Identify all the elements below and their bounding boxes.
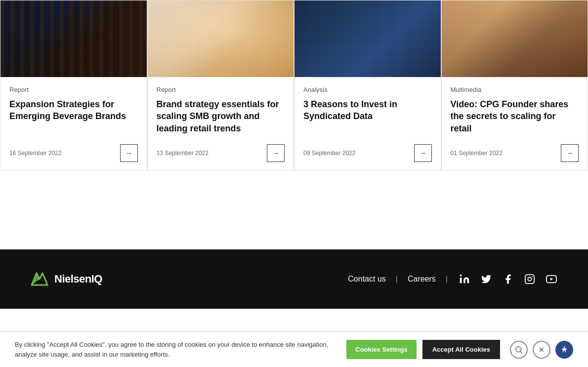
arrow-icon-1: → [126,149,132,157]
card-footer-4: 01 September 2022 → [451,144,579,162]
card-image-data [294,0,441,77]
footer: NielsenIQ Contact us | Careers | [0,249,588,309]
card-image-meeting [148,0,294,77]
twitter-icon[interactable] [479,272,493,286]
footer-nav: Contact us | Careers | [338,272,558,286]
card-title-1: Expansion Strategies for Emerging Bevera… [9,98,138,134]
card-date-1: 16 September 2022 [9,150,61,157]
arrow-icon-4: → [566,149,573,157]
card-arrow-4[interactable]: → [561,144,579,162]
card-body-4: Multimedia Video: CPG Founder shares the… [442,77,588,170]
empty-area [0,200,588,249]
svg-marker-6 [550,278,553,281]
logo-text: NielsenIQ [54,273,102,285]
nielseniq-logo-icon [30,269,49,289]
card-cpg-founder[interactable]: Multimedia Video: CPG Founder shares the… [441,0,588,170]
card-date-2: 13 September 2022 [157,150,209,157]
card-title-2: Brand strategy essentials for scaling SM… [157,98,285,134]
footer-social [458,272,558,286]
cards-section: Report Expansion Strategies for Emerging… [0,0,588,200]
facebook-icon[interactable] [501,272,515,286]
card-arrow-3[interactable]: → [414,144,432,162]
card-title-4: Video: CPG Founder shares the secrets to… [451,98,579,134]
card-image-beverage [0,0,147,77]
card-footer-3: 09 September 2022 → [303,144,432,162]
card-type-1: Report [9,86,138,93]
card-syndicated-data[interactable]: Analysis 3 Reasons to Invest in Syndicat… [294,0,441,170]
instagram-icon[interactable] [523,272,537,286]
card-footer-1: 16 September 2022 → [9,144,138,162]
svg-rect-4 [525,275,534,284]
card-type-2: Report [157,86,285,93]
contact-us-link[interactable]: Contact us [338,275,395,284]
card-body-3: Analysis 3 Reasons to Invest in Syndicat… [294,77,441,170]
linkedin-icon[interactable] [458,272,471,286]
careers-link[interactable]: Careers [398,275,446,284]
card-brand-strategy[interactable]: Report Brand strategy essentials for sca… [147,0,294,170]
card-title-3: 3 Reasons to Invest in Syndicated Data [303,98,432,134]
card-footer-2: 13 September 2022 → [157,144,285,162]
card-date-3: 09 September 2022 [303,150,355,157]
logo-container[interactable]: NielsenIQ [30,269,102,289]
card-type-3: Analysis [303,86,432,93]
cards-grid: Report Expansion Strategies for Emerging… [0,0,588,170]
card-body-1: Report Expansion Strategies for Emerging… [0,77,147,170]
footer-sep-2: | [446,275,448,284]
arrow-icon-2: → [272,149,279,157]
card-type-4: Multimedia [451,86,579,93]
card-date-4: 01 September 2022 [451,150,503,157]
footer-inner: NielsenIQ Contact us | Careers | [30,269,558,289]
card-arrow-2[interactable]: → [267,144,285,162]
youtube-icon[interactable] [545,272,558,286]
card-image-food [442,0,588,77]
arrow-icon-3: → [420,149,426,157]
card-body-2: Report Brand strategy essentials for sca… [148,77,294,170]
svg-point-3 [460,275,462,277]
svg-rect-2 [460,278,462,283]
card-beverage[interactable]: Report Expansion Strategies for Emerging… [0,0,147,170]
card-arrow-1[interactable]: → [120,144,138,162]
